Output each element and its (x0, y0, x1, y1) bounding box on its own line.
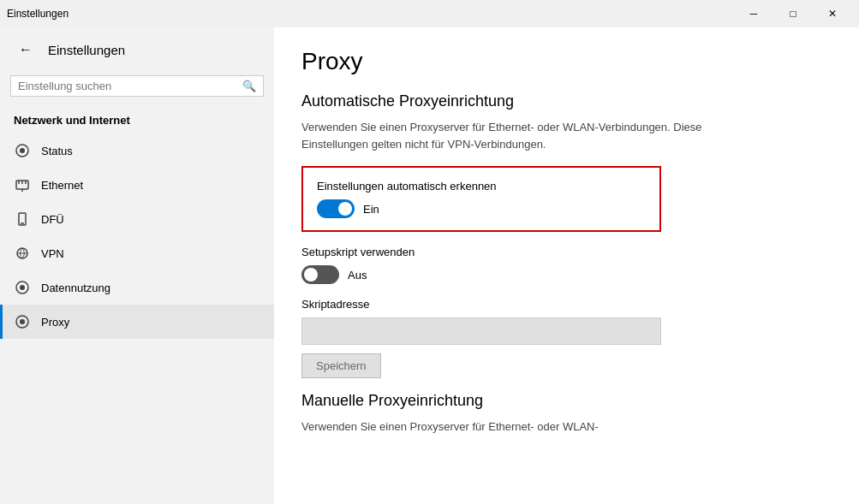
auto-detect-box: Einstellungen automatisch erkennen Ein (301, 166, 661, 232)
auto-detect-toggle-row: Ein (317, 199, 646, 218)
sidebar-item-status-label: Status (41, 145, 73, 157)
setup-script-block: Setupskript verwenden Aus (301, 246, 661, 284)
titlebar-title: Einstellungen (7, 8, 69, 20)
main-layout: ← Einstellungen 🔍 Netzwerk und Internet … (0, 27, 859, 504)
svg-point-14 (20, 319, 25, 324)
script-address-block: Skriptadresse Speichern (301, 298, 661, 378)
sidebar-item-vpn-label: VPN (41, 247, 64, 260)
svg-point-1 (20, 148, 25, 153)
setup-script-toggle[interactable] (301, 265, 339, 284)
sidebar-item-ethernet-label: Ethernet (41, 179, 83, 192)
titlebar-left: Einstellungen (7, 8, 69, 20)
sidebar-item-datennutzung[interactable]: Datennutzung (0, 270, 274, 305)
sidebar-item-dfu-label: DFÜ (41, 213, 64, 226)
sidebar-item-ethernet[interactable]: Ethernet (0, 168, 274, 202)
sidebar-section-label: Netzwerk und Internet (0, 107, 274, 133)
svg-point-12 (20, 285, 25, 290)
titlebar: Einstellungen ─ □ ✕ (0, 0, 859, 27)
auto-description: Verwenden Sie einen Proxyserver für Ethe… (301, 119, 713, 152)
minimize-button[interactable]: ─ (734, 0, 773, 27)
sidebar-item-vpn[interactable]: VPN (0, 236, 274, 270)
sidebar-item-proxy[interactable]: Proxy (0, 305, 274, 339)
manual-description: Verwenden Sie einen Proxyserver für Ethe… (301, 418, 832, 436)
sidebar-item-proxy-label: Proxy (41, 316, 69, 329)
setup-script-label: Setupskript verwenden (301, 246, 661, 258)
titlebar-controls: ─ □ ✕ (734, 0, 852, 27)
sidebar-item-dfu[interactable]: DFÜ (0, 202, 274, 236)
sidebar: ← Einstellungen 🔍 Netzwerk und Internet … (0, 27, 274, 504)
maximize-button[interactable]: □ (773, 0, 813, 27)
sidebar-search-box[interactable]: 🔍 (10, 75, 264, 97)
ethernet-icon (14, 176, 31, 193)
auto-section-title: Automatische Proxyeinrichtung (301, 92, 832, 110)
content-area: Proxy Automatische Proxyeinrichtung Verw… (274, 27, 859, 504)
sidebar-app-title: Einstellungen (48, 43, 125, 57)
search-input[interactable] (18, 80, 237, 92)
manual-section-title: Manuelle Proxyeinrichtung (301, 392, 832, 410)
search-icon: 🔍 (242, 80, 256, 92)
back-button[interactable]: ← (14, 38, 38, 62)
auto-detect-label: Einstellungen automatisch erkennen (317, 180, 646, 193)
datennutzung-icon (14, 279, 31, 296)
proxy-icon (14, 313, 31, 330)
sidebar-header: ← Einstellungen (0, 27, 274, 72)
auto-detect-toggle[interactable] (317, 199, 355, 218)
dfu-icon (14, 210, 31, 228)
script-address-input (301, 317, 661, 345)
setup-script-toggle-row: Aus (301, 265, 661, 284)
status-icon (14, 142, 31, 159)
sidebar-item-datennutzung-label: Datennutzung (41, 282, 110, 294)
script-address-label: Skriptadresse (301, 298, 661, 311)
auto-detect-state: Ein (363, 203, 379, 216)
page-title: Proxy (301, 48, 832, 75)
setup-script-state: Aus (348, 269, 367, 282)
close-button[interactable]: ✕ (813, 0, 852, 27)
save-button: Speichern (301, 353, 381, 378)
vpn-icon (14, 245, 31, 262)
sidebar-item-status[interactable]: Status (0, 133, 274, 168)
